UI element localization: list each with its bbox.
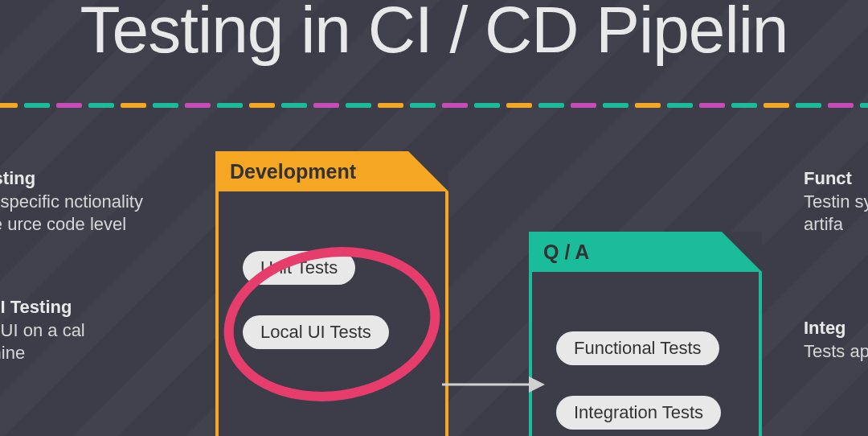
divider-dash bbox=[828, 103, 854, 108]
desc-body: sting UI on a cal machine bbox=[0, 320, 85, 364]
svg-marker-1 bbox=[529, 376, 545, 393]
divider-dash bbox=[667, 103, 693, 108]
desc-unit-testing: it Testing sting specific nctionality at… bbox=[0, 167, 151, 237]
divider-dash bbox=[442, 103, 468, 108]
color-divider bbox=[0, 103, 868, 108]
divider-dash bbox=[121, 103, 146, 108]
stage-development: Development Unit Tests Local UI Tests bbox=[215, 151, 448, 436]
divider-dash bbox=[571, 103, 596, 108]
divider-dash bbox=[506, 103, 532, 108]
stage-qa: Q / A Functional Tests Integration Tests bbox=[529, 232, 762, 436]
divider-dash bbox=[0, 103, 18, 108]
divider-dash bbox=[56, 103, 82, 108]
arrow-dev-to-qa bbox=[442, 385, 538, 386]
divider-dash bbox=[378, 103, 403, 108]
divider-dash bbox=[860, 103, 868, 108]
stage-label: Development bbox=[230, 160, 356, 183]
pill-unit-tests: Unit Tests bbox=[243, 251, 355, 285]
divider-dash bbox=[796, 103, 821, 108]
folded-corner-icon bbox=[408, 151, 448, 191]
divider-dash bbox=[474, 103, 500, 108]
desc-body: sting specific nctionality at the urce c… bbox=[0, 191, 143, 235]
desc-body: Tests appli asso bbox=[804, 341, 868, 361]
divider-dash bbox=[313, 103, 339, 108]
stage-label: Q / A bbox=[543, 241, 589, 264]
desc-heading: it Testing bbox=[0, 168, 35, 188]
desc-functional: Funct Testin syste testin artifa bbox=[804, 167, 868, 237]
pill-integration-tests: Integration Tests bbox=[556, 396, 721, 430]
divider-dash bbox=[88, 103, 114, 108]
desc-heading: Funct bbox=[804, 168, 852, 188]
divider-dash bbox=[24, 103, 50, 108]
divider-dash bbox=[635, 103, 661, 108]
page-title: Testing in CI / CD Pipelin bbox=[0, 0, 868, 68]
divider-dash bbox=[249, 103, 275, 108]
divider-dash bbox=[699, 103, 725, 108]
desc-integration: Integ Tests appli asso bbox=[804, 317, 868, 363]
divider-dash bbox=[764, 103, 789, 108]
divider-dash bbox=[217, 103, 243, 108]
pill-functional-tests: Functional Tests bbox=[556, 331, 719, 365]
desc-local-ui-testing: cal UI Testing sting UI on a cal machine bbox=[0, 296, 151, 365]
pill-local-ui-tests: Local UI Tests bbox=[243, 315, 389, 349]
divider-dash bbox=[153, 103, 178, 108]
divider-dash bbox=[346, 103, 371, 108]
desc-heading: cal UI Testing bbox=[0, 297, 72, 317]
desc-body: Testin syste testin artifa bbox=[804, 191, 868, 235]
divider-dash bbox=[185, 103, 211, 108]
desc-heading: Integ bbox=[804, 318, 846, 338]
folded-corner-icon bbox=[722, 232, 762, 272]
divider-dash bbox=[603, 103, 628, 108]
divider-dash bbox=[731, 103, 757, 108]
divider-dash bbox=[538, 103, 564, 108]
divider-dash bbox=[410, 103, 436, 108]
divider-dash bbox=[281, 103, 307, 108]
